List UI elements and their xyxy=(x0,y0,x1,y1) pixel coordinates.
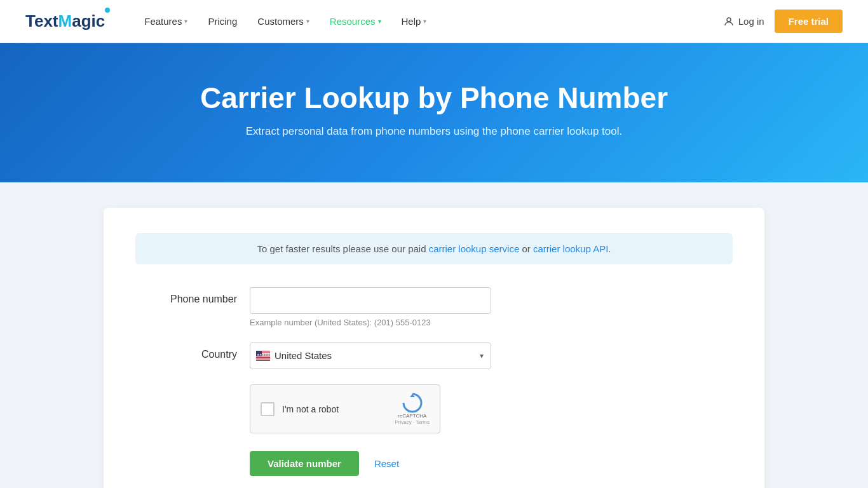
captcha-left: I'm not a robot xyxy=(261,402,339,416)
user-icon xyxy=(723,16,735,27)
info-text3: . xyxy=(608,243,611,254)
lookup-card: To get faster results please use our pai… xyxy=(104,208,764,488)
carrier-lookup-api-link[interactable]: carrier lookup API xyxy=(533,243,608,254)
phone-label: Phone number xyxy=(135,287,250,305)
hero-subtitle: Extract personal data from phone numbers… xyxy=(25,125,843,138)
page-title: Carrier Lookup by Phone Number xyxy=(25,81,843,115)
phone-hint: Example number (United States): (201) 55… xyxy=(250,318,491,327)
phone-field: Example number (United States): (201) 55… xyxy=(250,287,491,327)
form-actions: Validate number Reset xyxy=(250,451,733,476)
svg-point-0 xyxy=(727,18,731,22)
country-select-wrapper: ★★★★★★ United States United Kingdom Cana… xyxy=(250,342,491,369)
captcha-checkbox[interactable] xyxy=(261,402,275,416)
country-label: Country xyxy=(135,342,250,360)
header-actions: Log in Free trial xyxy=(723,10,843,33)
carrier-lookup-service-link[interactable]: carrier lookup service xyxy=(429,243,520,254)
nav-customers[interactable]: Customers ▾ xyxy=(248,11,318,32)
header: TextMagic Features ▾ Pricing Customers ▾… xyxy=(0,0,868,43)
hero-section: Carrier Lookup by Phone Number Extract p… xyxy=(0,43,868,182)
captcha-box: I'm not a robot reCAPTCHA Privacy · Term… xyxy=(250,384,440,433)
help-chevron-icon: ▾ xyxy=(423,18,426,25)
country-select[interactable]: United States United Kingdom Canada Aust… xyxy=(250,342,491,369)
phone-input[interactable] xyxy=(250,287,491,314)
country-row: Country ★★★★★★ xyxy=(135,342,733,369)
main-content: To get faster results please use our pai… xyxy=(0,182,868,488)
nav-help[interactable]: Help ▾ xyxy=(393,11,436,32)
nav-resources[interactable]: Resources ▾ xyxy=(321,11,390,32)
captcha-container: I'm not a robot reCAPTCHA Privacy · Term… xyxy=(250,384,733,433)
info-text2: or xyxy=(519,243,533,254)
logo-text: TextMagic xyxy=(25,11,105,31)
captcha-label: I'm not a robot xyxy=(282,404,339,414)
captcha-logo: reCAPTCHA Privacy · Terms xyxy=(395,393,430,425)
phone-number-row: Phone number Example number (United Stat… xyxy=(135,287,733,327)
free-trial-button[interactable]: Free trial xyxy=(775,10,843,33)
validate-button[interactable]: Validate number xyxy=(250,451,359,476)
logo[interactable]: TextMagic xyxy=(25,11,105,31)
info-text: To get faster results please use our pai… xyxy=(257,243,429,254)
info-banner: To get faster results please use our pai… xyxy=(135,233,733,264)
reset-link[interactable]: Reset xyxy=(374,458,399,469)
recaptcha-icon xyxy=(402,393,423,413)
login-button[interactable]: Log in xyxy=(723,16,764,27)
resources-chevron-icon: ▾ xyxy=(378,18,381,25)
captcha-brand-text: reCAPTCHA xyxy=(398,413,426,419)
nav-features[interactable]: Features ▾ xyxy=(135,11,196,32)
main-nav: Features ▾ Pricing Customers ▾ Resources… xyxy=(135,11,723,32)
country-field: ★★★★★★ United States United Kingdom Cana… xyxy=(250,342,491,369)
features-chevron-icon: ▾ xyxy=(184,18,187,25)
captcha-privacy-text: Privacy · Terms xyxy=(395,419,430,425)
customers-chevron-icon: ▾ xyxy=(306,18,309,25)
nav-pricing[interactable]: Pricing xyxy=(199,11,246,32)
